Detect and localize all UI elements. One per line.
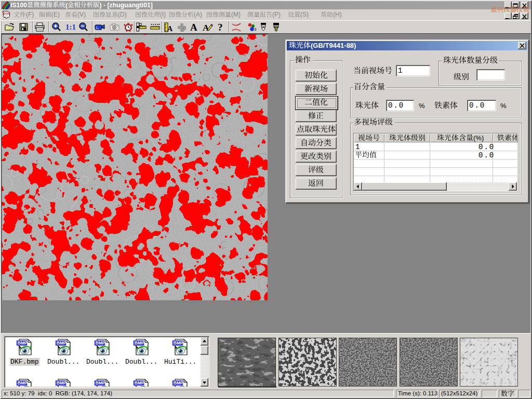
svg-text:(F): (F) bbox=[26, 11, 34, 18]
svg-text:(V): (V) bbox=[77, 11, 86, 18]
svg-text:3: 3 bbox=[254, 27, 257, 32]
svg-text:DOC: DOC bbox=[4, 12, 10, 15]
svg-text:(GB/T9441-88): (GB/T9441-88) bbox=[311, 42, 356, 49]
svg-text:A: A bbox=[203, 23, 209, 33]
svg-text:) - [zhuguangti01]: ) - [zhuguangti01] bbox=[100, 2, 153, 9]
svg-text:(E): (E) bbox=[51, 11, 60, 18]
svg-text:(: ( bbox=[65, 2, 68, 9]
svg-text:?: ? bbox=[218, 22, 223, 33]
svg-text:(P): (P) bbox=[272, 11, 281, 18]
svg-text:(%): (%) bbox=[473, 134, 484, 142]
svg-text:(A): (A) bbox=[194, 11, 202, 18]
svg-text:(I): (I) bbox=[160, 11, 166, 18]
svg-text:(S): (S) bbox=[300, 11, 309, 18]
svg-text:1:1: 1:1 bbox=[65, 23, 76, 31]
svg-text:示(D): 示(D) bbox=[112, 11, 127, 18]
svg-text:A: A bbox=[167, 25, 173, 33]
svg-text:(M): (M) bbox=[231, 11, 241, 18]
svg-text:IS100: IS100 bbox=[10, 2, 27, 9]
svg-text:A: A bbox=[190, 22, 197, 33]
svg-text:(H): (H) bbox=[333, 11, 342, 18]
